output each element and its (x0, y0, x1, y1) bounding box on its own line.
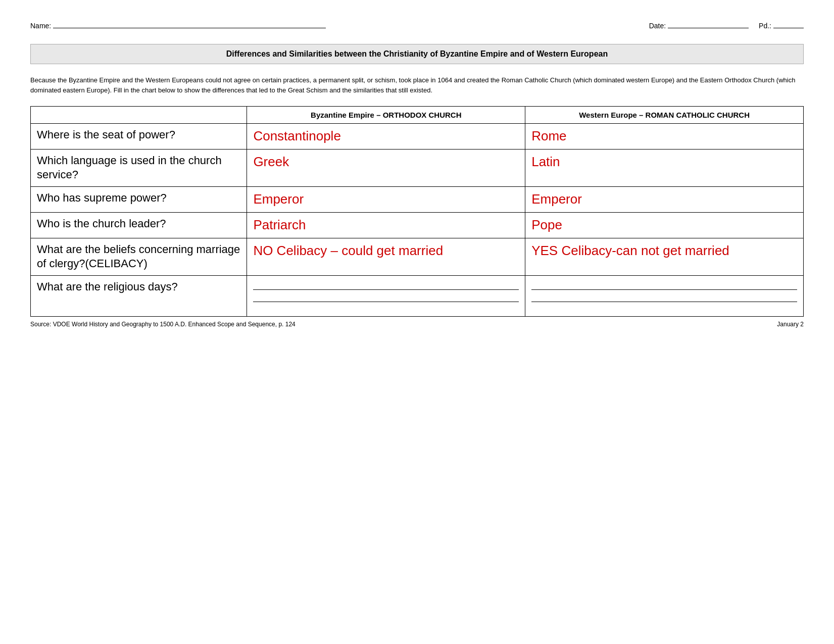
comparison-table: Byzantine Empire – ORTHODOX CHURCH Weste… (30, 106, 804, 317)
table-row: Who is the church leader?PatriarchPope (31, 212, 804, 238)
catholic-answer-cell-1: Latin (525, 149, 804, 186)
col-header-catholic: Western Europe – ROMAN CATHOLIC CHURCH (525, 107, 804, 124)
title-box: Differences and Similarities between the… (30, 44, 804, 64)
table-row: Who has supreme power?EmperorEmperor (31, 186, 804, 212)
orthodox-answer-cell-2: Emperor (247, 186, 525, 212)
name-line (53, 20, 326, 28)
orthodox-answer-cell-5 (247, 275, 525, 316)
date-label: Date: (649, 22, 666, 30)
col-header-orthodox: Byzantine Empire – ORTHODOX CHURCH (247, 107, 525, 124)
date-text: January 2 (777, 321, 804, 328)
intro-paragraph: Because the Byzantine Empire and the Wes… (30, 75, 804, 95)
catholic-answer-cell-2: Emperor (525, 186, 804, 212)
source-text: Source: VDOE World History and Geography… (30, 321, 296, 328)
question-cell-5: What are the religious days? (31, 275, 247, 316)
orthodox-answer-cell-1: Greek (247, 149, 525, 186)
table-row: Where is the seat of power?Constantinopl… (31, 124, 804, 150)
name-field: Name: (30, 20, 326, 30)
table-row: What are the religious days? (31, 275, 804, 316)
table-header-row: Byzantine Empire – ORTHODOX CHURCH Weste… (31, 107, 804, 124)
catholic-answer-cell-5 (525, 275, 804, 316)
page-footer: Source: VDOE World History and Geography… (30, 321, 804, 328)
col-header-question (31, 107, 247, 124)
orthodox-answer-cell-0: Constantinople (247, 124, 525, 150)
question-cell-0: Where is the seat of power? (31, 124, 247, 150)
pd-line (773, 20, 804, 28)
pd-field: Pd.: (759, 20, 804, 30)
form-header: Name: Date: Pd.: (30, 20, 804, 30)
orthodox-answer-cell-3: Patriarch (247, 212, 525, 238)
question-cell-1: Which language is used in the church ser… (31, 149, 247, 186)
name-label: Name: (30, 22, 51, 30)
question-cell-3: Who is the church leader? (31, 212, 247, 238)
catholic-answer-cell-4: YES Celibacy-can not get married (525, 238, 804, 275)
date-field: Date: (649, 20, 749, 30)
catholic-answer-cell-3: Pope (525, 212, 804, 238)
page-title: Differences and Similarities between the… (226, 49, 608, 58)
orthodox-answer-cell-4: NO Celibacy – could get married (247, 238, 525, 275)
table-row: Which language is used in the church ser… (31, 149, 804, 186)
table-row: What are the beliefs concerning marriage… (31, 238, 804, 275)
date-line (668, 20, 749, 28)
pd-label: Pd.: (759, 22, 771, 30)
catholic-answer-cell-0: Rome (525, 124, 804, 150)
question-cell-2: Who has supreme power? (31, 186, 247, 212)
question-cell-4: What are the beliefs concerning marriage… (31, 238, 247, 275)
